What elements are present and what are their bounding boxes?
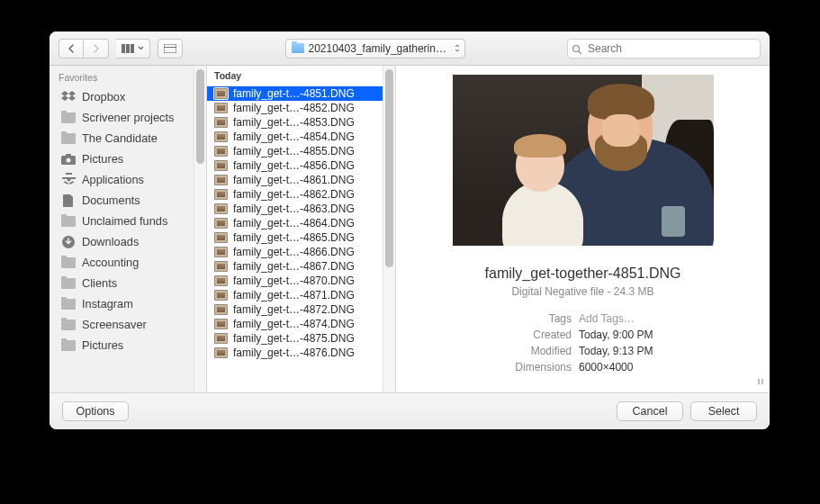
file-row[interactable]: family_get-t…-4875.DNG xyxy=(207,331,395,346)
file-name: family_get-t…-4870.DNG xyxy=(233,274,355,287)
file-row[interactable]: family_get-t…-4861.DNG xyxy=(207,173,395,187)
forward-button[interactable] xyxy=(84,39,109,58)
sidebar-item-screensaver[interactable]: Screensaver xyxy=(50,314,206,335)
file-row[interactable]: family_get-t…-4854.DNG xyxy=(207,130,395,144)
options-button[interactable]: Options xyxy=(62,401,129,421)
thumbnail-icon xyxy=(214,175,228,185)
svg-rect-0 xyxy=(122,44,125,53)
file-name: family_get-t…-4865.DNG xyxy=(233,231,355,244)
file-row[interactable]: family_get-t…-4867.DNG xyxy=(207,259,395,274)
file-row[interactable]: family_get-t…-4851.DNG xyxy=(207,86,395,101)
sidebar-item-label: Accounting xyxy=(82,256,139,269)
sidebar-item-unclaimed-funds[interactable]: Unclaimed funds xyxy=(50,211,206,231)
file-row[interactable]: family_get-t…-4872.DNG xyxy=(207,302,395,317)
file-row[interactable]: family_get-t…-4856.DNG xyxy=(207,158,395,173)
open-dialog: 20210403_family_gatherin… Favorites Drop… xyxy=(50,32,770,429)
preview-pane: family_get-together-4851.DNG Digital Neg… xyxy=(396,66,770,392)
dropbox-icon xyxy=(60,90,77,104)
folder-selector[interactable]: 20210403_family_gatherin… xyxy=(285,39,465,58)
file-row[interactable]: family_get-t…-4855.DNG xyxy=(207,144,395,158)
tags-value[interactable]: Add Tags… xyxy=(579,312,752,325)
sidebar-item-downloads[interactable]: Downloads xyxy=(50,231,206,252)
thumbnail-icon xyxy=(214,232,228,243)
file-name: family_get-t…-4867.DNG xyxy=(233,260,355,273)
file-row[interactable]: family_get-t…-4874.DNG xyxy=(207,317,395,331)
folder-name: 20210403_family_gatherin… xyxy=(309,42,446,55)
thumbnail-icon xyxy=(214,131,228,142)
file-name: family_get-t…-4854.DNG xyxy=(233,130,355,143)
sidebar-item-scrivener-projects[interactable]: Scrivener projects xyxy=(50,107,206,128)
thumbnail-icon xyxy=(214,189,228,200)
file-row[interactable]: family_get-t…-4853.DNG xyxy=(207,115,395,130)
file-row[interactable]: family_get-t…-4865.DNG xyxy=(207,230,395,245)
file-row[interactable]: family_get-t…-4862.DNG xyxy=(207,187,395,202)
select-button[interactable]: Select xyxy=(690,401,757,421)
sidebar-heading: Favorites xyxy=(50,66,206,86)
dimensions-label: Dimensions xyxy=(414,361,572,374)
file-row[interactable]: family_get-t…-4852.DNG xyxy=(207,101,395,115)
preview-image xyxy=(453,75,714,246)
file-name: family_get-t…-4876.DNG xyxy=(233,346,355,359)
sidebar-item-the-candidate[interactable]: The Candidate xyxy=(50,128,206,148)
cancel-button[interactable]: Cancel xyxy=(617,401,683,421)
back-button[interactable] xyxy=(59,39,84,58)
thumbnail-icon xyxy=(214,304,228,315)
file-row[interactable]: family_get-t…-4876.DNG xyxy=(207,346,395,360)
camera-icon xyxy=(60,152,77,166)
filelist-scrollbar[interactable] xyxy=(383,66,395,392)
thumbnail-icon xyxy=(214,103,228,113)
search-input[interactable] xyxy=(567,39,761,58)
preview-metadata: Tags Add Tags… Created Today, 9:00 PM Mo… xyxy=(396,312,770,374)
sidebar-item-documents[interactable]: Documents xyxy=(50,190,206,211)
chevron-left-icon xyxy=(68,44,75,53)
svg-point-5 xyxy=(573,45,580,51)
sidebar-item-pictures[interactable]: Pictures xyxy=(50,148,206,169)
file-row[interactable]: family_get-t…-4864.DNG xyxy=(207,216,395,230)
sidebar-item-applications[interactable]: Applications xyxy=(50,169,206,190)
folder-icon xyxy=(60,131,77,146)
group-by-button[interactable] xyxy=(158,39,183,58)
sidebar-item-pictures[interactable]: Pictures xyxy=(50,335,206,356)
file-row[interactable]: family_get-t…-4870.DNG xyxy=(207,274,395,288)
sidebar-item-label: Screensaver xyxy=(82,318,147,331)
sidebar-item-label: Dropbox xyxy=(82,90,125,104)
folder-icon xyxy=(60,297,77,311)
thumbnail-icon xyxy=(214,88,228,99)
file-row[interactable]: family_get-t…-4863.DNG xyxy=(207,202,395,216)
doc-icon xyxy=(60,194,77,208)
file-row[interactable]: family_get-t…-4866.DNG xyxy=(207,245,395,259)
svg-rect-8 xyxy=(66,154,71,157)
sidebar-item-clients[interactable]: Clients xyxy=(50,273,206,293)
folder-icon xyxy=(60,214,77,229)
folder-icon xyxy=(60,111,77,125)
updown-icon xyxy=(455,44,460,52)
sidebar-item-label: Downloads xyxy=(82,235,139,248)
file-name: family_get-t…-4862.DNG xyxy=(233,188,355,201)
file-name: family_get-t…-4861.DNG xyxy=(233,174,355,186)
sidebar-item-label: Unclaimed funds xyxy=(82,214,167,228)
thumbnail-icon xyxy=(214,261,228,272)
thumbnail-icon xyxy=(214,347,228,358)
folder-icon xyxy=(60,338,77,353)
sidebar-item-instagram[interactable]: Instagram xyxy=(50,293,206,314)
svg-rect-1 xyxy=(126,44,130,53)
svg-rect-12 xyxy=(63,181,68,184)
file-name: family_get-t…-4864.DNG xyxy=(233,217,355,230)
view-columns-button[interactable] xyxy=(116,39,150,58)
thumbnail-icon xyxy=(214,117,228,128)
thumbnail-icon xyxy=(214,275,228,286)
file-row[interactable]: family_get-t…-4871.DNG xyxy=(207,288,395,302)
sidebar-item-label: Instagram xyxy=(82,297,133,310)
modified-label: Modified xyxy=(414,345,572,357)
svg-point-14 xyxy=(67,178,70,182)
file-name: family_get-t…-4863.DNG xyxy=(233,202,355,215)
sidebar-item-dropbox[interactable]: Dropbox xyxy=(50,86,206,107)
sidebar-scrollbar[interactable] xyxy=(194,66,206,392)
folder-icon xyxy=(60,276,77,291)
file-list: Today family_get-t…-4851.DNGfamily_get-t… xyxy=(207,66,396,392)
sidebar-item-label: Documents xyxy=(82,194,140,207)
dialog-footer: Options Cancel Select xyxy=(50,393,770,429)
sidebar-item-accounting[interactable]: Accounting xyxy=(50,252,206,273)
sidebar-item-label: Scrivener projects xyxy=(82,111,174,124)
resize-handle-icon[interactable] xyxy=(757,376,766,389)
